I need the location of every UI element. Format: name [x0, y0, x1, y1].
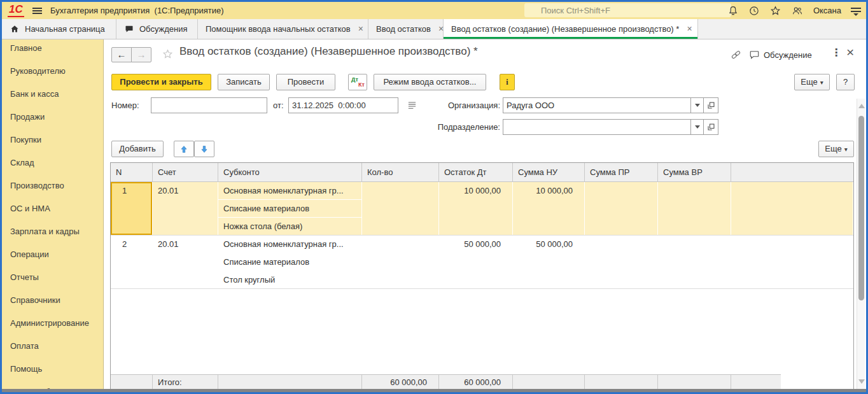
current-user-name[interactable]: Оксана — [813, 6, 841, 15]
date-input[interactable] — [288, 97, 398, 113]
tab-assistant[interactable]: Помощник ввода начальных остатков × — [198, 19, 368, 39]
add-row-button[interactable]: Добавить — [111, 141, 164, 157]
sidebar-item-production[interactable]: Производство — [2, 174, 103, 197]
horizontal-scrollbar[interactable] — [2, 389, 866, 392]
scroll-up-arrow-icon[interactable] — [858, 104, 865, 108]
sidebar-item-main[interactable]: Главное — [2, 39, 103, 60]
cell-subconto[interactable]: Основная номенклатурная гр... Списание м… — [218, 236, 362, 288]
sidebar-item-bank-cash[interactable]: Банк и касса — [2, 83, 103, 106]
column-n[interactable]: N — [111, 163, 153, 181]
sidebar-item-salary-hr[interactable]: Зарплата и кадры — [2, 220, 103, 243]
sidebar-item-payment[interactable]: Оплата — [2, 335, 103, 358]
post-button[interactable]: Провести — [276, 74, 335, 90]
scroll-down-arrow-icon[interactable] — [858, 379, 865, 384]
sidebar-item-manager[interactable]: Руководителю — [2, 60, 103, 83]
balance-entry-mode-button[interactable]: Режим ввода остатков... — [374, 74, 486, 90]
subconto-line[interactable]: Основная номенклатурная гр... — [218, 182, 361, 200]
cell-sum-pr[interactable] — [585, 182, 658, 235]
service-menu-icon[interactable] — [851, 6, 861, 15]
add-to-favorites-star-icon[interactable] — [162, 48, 174, 60]
more-actions-button[interactable]: Еще▾ — [794, 74, 830, 90]
search-input[interactable] — [524, 3, 731, 17]
sidebar-item-clipped[interactable]: Дружелюбная поддержка — [2, 381, 103, 389]
post-and-close-button[interactable]: Провести и закрыть — [111, 74, 211, 90]
save-button[interactable]: Записать — [218, 74, 270, 90]
discussion-label[interactable]: Обсуждение — [764, 50, 812, 60]
discussion-icon[interactable] — [748, 49, 760, 60]
forward-button[interactable]: → — [131, 47, 151, 62]
cell-row-number[interactable]: 2 — [111, 236, 153, 288]
history-icon[interactable] — [748, 5, 760, 17]
column-balance-dt[interactable]: Остаток Дт — [439, 163, 513, 181]
cell-empty[interactable] — [731, 236, 853, 288]
cell-empty[interactable] — [731, 182, 853, 235]
more-menu-icon[interactable]: ⋮ — [831, 46, 841, 59]
tab-balances[interactable]: Ввод остатков × — [368, 19, 444, 39]
subconto-line[interactable]: Списание материалов — [218, 200, 361, 218]
tab-discussions[interactable]: Обсуждения — [116, 19, 198, 39]
organization-input[interactable] — [503, 97, 691, 113]
tab-close-icon[interactable]: × — [438, 19, 444, 39]
sidebar-item-fixed-assets[interactable]: ОС и НМА — [2, 197, 103, 220]
column-sum-vr[interactable]: Сумма ВР — [658, 163, 731, 181]
cell-row-number[interactable]: 1 — [111, 182, 153, 235]
user-sessions-icon[interactable] — [791, 5, 804, 17]
notifications-bell-icon[interactable] — [727, 5, 739, 17]
grid-more-button[interactable]: Еще▾ — [818, 141, 854, 157]
cell-balance-dt[interactable]: 10 000,00 — [439, 182, 513, 235]
cell-account[interactable]: 20.01 — [153, 182, 218, 235]
column-account[interactable]: Счет — [153, 163, 218, 181]
subconto-line[interactable]: Списание материалов — [218, 253, 361, 271]
sidebar-item-help[interactable]: Помощь — [2, 358, 103, 381]
subconto-line[interactable]: Основная номенклатурная гр... — [218, 236, 361, 253]
cell-sum-vr[interactable] — [658, 182, 731, 235]
column-subconto[interactable]: Субконто — [218, 163, 362, 181]
department-dropdown-button[interactable] — [690, 119, 704, 135]
sidebar-item-reports[interactable]: Отчеты — [2, 266, 103, 289]
main-menu-icon[interactable] — [32, 8, 42, 9]
favorites-star-icon[interactable] — [769, 5, 781, 17]
move-row-up-button[interactable] — [174, 141, 194, 157]
sidebar-item-sales[interactable]: Продажи — [2, 106, 103, 129]
column-sum-pr[interactable]: Сумма ПР — [585, 163, 658, 181]
sidebar-item-operations[interactable]: Операции — [2, 243, 103, 266]
sidebar-item-administration[interactable]: Администрирование — [2, 312, 103, 335]
organization-dropdown-button[interactable] — [690, 97, 704, 113]
subconto-line[interactable]: Ножка стола (белая) — [218, 218, 361, 235]
tab-close-icon[interactable]: × — [687, 19, 692, 39]
cell-subconto[interactable]: Основная номенклатурная гр... Списание м… — [218, 182, 362, 235]
tab-close-icon[interactable]: × — [358, 19, 363, 39]
number-input[interactable] — [151, 97, 267, 113]
cell-sum-nu[interactable]: 10 000,00 — [513, 182, 585, 235]
table-row[interactable]: 2 20.01 Основная номенклатурная гр... Сп… — [111, 236, 853, 289]
cell-account[interactable]: 20.01 — [153, 236, 218, 288]
help-button[interactable]: ? — [836, 74, 855, 90]
organization-open-button[interactable] — [703, 97, 718, 113]
column-sum-nu[interactable]: Сумма НУ — [513, 163, 585, 181]
sidebar-item-warehouse[interactable]: Склад — [2, 151, 103, 174]
tab-balances-create-active[interactable]: Ввод остатков (создание) (Незавершенное … — [444, 19, 698, 39]
close-form-icon[interactable]: × — [846, 45, 854, 60]
cell-sum-nu[interactable]: 50 000,00 — [513, 236, 585, 288]
sidebar-item-directories[interactable]: Справочники — [2, 289, 103, 312]
department-open-button[interactable] — [703, 119, 718, 135]
tab-home[interactable]: Начальная страница — [2, 19, 116, 39]
back-button[interactable]: ← — [111, 47, 132, 62]
tab-assistant-label: Помощник ввода начальных остатков — [206, 19, 351, 39]
department-input[interactable] — [503, 119, 691, 135]
show-postings-dtkt-button[interactable]: Дт Кт — [348, 74, 367, 90]
column-quantity[interactable]: Кол-во — [362, 163, 439, 181]
info-button[interactable]: i — [500, 74, 515, 90]
table-row[interactable]: 1 20.01 Основная номенклатурная гр... Сп… — [111, 182, 853, 236]
cell-sum-pr[interactable] — [585, 236, 658, 288]
cell-balance-dt[interactable]: 50 000,00 — [439, 236, 513, 288]
sidebar-item-purchases[interactable]: Покупки — [2, 129, 103, 151]
cell-quantity[interactable] — [362, 182, 439, 235]
get-link-icon[interactable] — [730, 49, 742, 60]
cell-sum-vr[interactable] — [658, 236, 731, 288]
scrollbar-thumb[interactable] — [858, 116, 864, 300]
vertical-scrollbar[interactable] — [857, 99, 865, 389]
cell-quantity[interactable] — [362, 236, 439, 288]
subconto-line[interactable]: Стол круглый — [218, 271, 361, 288]
move-row-down-button[interactable] — [194, 141, 214, 157]
